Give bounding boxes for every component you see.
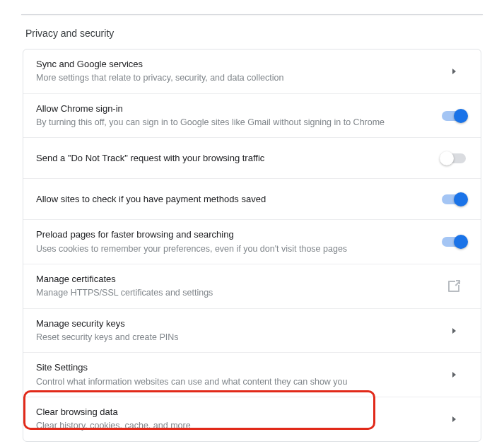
row-manage-security-keys[interactable]: Manage security keys Reset security keys… (23, 309, 481, 354)
section-title: Privacy and security (0, 15, 504, 49)
toggle-preload-pages[interactable] (442, 237, 466, 247)
row-desc: Reset security keys and create PINs (36, 332, 428, 344)
chevron-right-icon (440, 416, 468, 422)
toggle-chrome-signin[interactable] (442, 111, 466, 121)
row-manage-certificates[interactable]: Manage certificates Manage HTTPS/SSL cer… (23, 264, 481, 309)
row-do-not-track[interactable]: Send a "Do Not Track" request with your … (23, 138, 481, 179)
row-title: Allow Chrome sign-in (36, 103, 428, 115)
privacy-security-card: Sync and Google services More settings t… (23, 49, 481, 442)
chevron-right-icon (440, 328, 468, 334)
row-desc: By turning this off, you can sign in to … (36, 117, 428, 129)
row-desc: Clear history, cookies, cache, and more (36, 420, 428, 433)
row-desc: Manage HTTPS/SSL certificates and settin… (36, 287, 428, 300)
row-title: Clear browsing data (36, 406, 428, 419)
row-title: Manage security keys (36, 317, 428, 330)
row-desc: Uses cookies to remember your preference… (36, 243, 428, 256)
row-title: Manage certificates (36, 273, 428, 286)
row-title: Sync and Google services (36, 58, 428, 71)
chevron-right-icon (440, 69, 468, 74)
row-desc: Control what information websites can us… (36, 376, 428, 389)
row-clear-browsing-data[interactable]: Clear browsing data Clear history, cooki… (23, 397, 481, 441)
row-title: Send a "Do Not Track" request with your … (36, 149, 428, 168)
toggle-do-not-track[interactable] (442, 153, 466, 163)
row-title: Allow sites to check if you have payment… (36, 190, 428, 209)
row-allow-chrome-signin[interactable]: Allow Chrome sign-in By turning this off… (23, 94, 481, 139)
toggle-payment-methods[interactable] (442, 194, 466, 204)
row-title: Site Settings (36, 361, 428, 374)
row-sync-google-services[interactable]: Sync and Google services More settings t… (23, 49, 481, 94)
external-link-icon (440, 281, 468, 292)
row-preload-pages[interactable]: Preload pages for faster browsing and se… (23, 220, 481, 264)
row-desc: More settings that relate to privacy, se… (36, 72, 428, 85)
row-site-settings[interactable]: Site Settings Control what information w… (23, 353, 481, 397)
row-payment-methods[interactable]: Allow sites to check if you have payment… (23, 179, 481, 220)
row-title: Preload pages for faster browsing and se… (36, 228, 428, 241)
chevron-right-icon (440, 372, 468, 378)
